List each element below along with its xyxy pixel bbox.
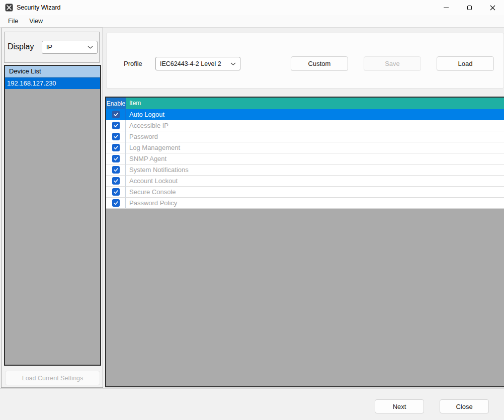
table-row[interactable]: Accessible IP — [106, 120, 504, 131]
checkmark-icon — [113, 156, 119, 161]
chevron-down-icon — [230, 62, 236, 65]
table-header: Enable Item — [106, 98, 504, 109]
enable-checkbox[interactable] — [112, 144, 120, 151]
enable-checkbox[interactable] — [112, 133, 120, 140]
window-controls — [435, 0, 504, 15]
enable-cell — [106, 109, 126, 120]
title-bar: Security Wizard — [0, 0, 504, 15]
checkmark-icon — [113, 145, 119, 150]
checkmark-icon — [113, 112, 119, 117]
app-tools-icon — [5, 4, 13, 12]
save-button[interactable]: Save — [364, 56, 421, 71]
item-label: Secure Console — [126, 187, 504, 197]
profile-panel: Profile IEC62443-4-2 Level 2 Custom Save… — [106, 33, 504, 89]
menu-bar: File View — [0, 15, 504, 28]
enable-checkbox[interactable] — [112, 122, 120, 129]
table-row[interactable]: Log Management — [106, 142, 504, 153]
checkmark-icon — [113, 167, 119, 173]
enable-checkbox[interactable] — [112, 111, 120, 118]
table-row[interactable]: Password — [106, 131, 504, 142]
maximize-icon — [467, 6, 472, 10]
table-row[interactable]: Auto Logout — [106, 109, 504, 120]
display-label: Display — [8, 42, 34, 51]
item-label: Auto Logout — [126, 109, 504, 120]
security-items-table: Enable Item Auto Logout Accessible IP Pa… — [105, 97, 504, 387]
enable-cell — [106, 176, 126, 186]
window-title: Security Wizard — [17, 0, 61, 15]
enable-cell — [106, 142, 126, 153]
display-select-value: IP — [46, 44, 52, 51]
item-label: Account Lockout — [126, 176, 504, 186]
item-label: Password Policy — [126, 198, 504, 208]
item-label: Password — [126, 131, 504, 142]
checkmark-icon — [113, 178, 119, 184]
checkmark-icon — [113, 200, 119, 206]
custom-button[interactable]: Custom — [291, 56, 348, 71]
close-wizard-button[interactable]: Close — [440, 399, 489, 413]
menu-view[interactable]: View — [24, 15, 48, 28]
next-button[interactable]: Next — [375, 399, 424, 413]
enable-cell — [106, 153, 126, 164]
checkmark-icon — [113, 123, 119, 128]
column-header-item: Item — [126, 98, 504, 109]
profile-label: Profile — [124, 60, 142, 67]
enable-cell — [106, 187, 126, 197]
checkmark-icon — [113, 189, 119, 195]
enable-checkbox[interactable] — [112, 166, 120, 174]
minimize-button[interactable] — [435, 0, 458, 15]
column-header-enable: Enable — [106, 98, 126, 109]
profile-select[interactable]: IEC62443-4-2 Level 2 — [155, 57, 240, 70]
device-list-item[interactable]: 192.168.127.230 — [5, 77, 100, 89]
footer-bar: Next Close — [0, 388, 504, 420]
item-label: System Notifications — [126, 164, 504, 175]
table-row[interactable]: Account Lockout — [106, 176, 504, 187]
enable-checkbox[interactable] — [112, 177, 120, 185]
device-list: Device List 192.168.127.230 — [4, 65, 101, 366]
table-row[interactable]: Secure Console — [106, 187, 504, 198]
item-label: SNMP Agent — [126, 153, 504, 164]
enable-cell — [106, 164, 126, 175]
display-group: Display IP — [4, 32, 100, 63]
enable-checkbox[interactable] — [112, 188, 120, 196]
display-select[interactable]: IP — [42, 41, 98, 54]
table-row[interactable]: SNMP Agent — [106, 153, 504, 164]
enable-cell — [106, 120, 126, 131]
maximize-button[interactable] — [458, 0, 481, 15]
enable-checkbox[interactable] — [112, 199, 120, 207]
chevron-down-icon — [88, 46, 93, 49]
enable-cell — [106, 131, 126, 142]
table-empty-area — [106, 209, 504, 386]
load-button[interactable]: Load — [437, 56, 494, 71]
table-row[interactable]: Password Policy — [106, 198, 504, 209]
device-list-empty-area — [5, 89, 100, 365]
minimize-icon — [444, 8, 449, 8]
close-button[interactable] — [481, 0, 504, 15]
load-current-settings-button[interactable]: Load Current Settings — [5, 371, 100, 385]
enable-checkbox[interactable] — [112, 155, 120, 162]
device-panel: Display IP Device List 192.168.127.230 L… — [1, 28, 103, 388]
item-label: Log Management — [126, 142, 504, 153]
checkmark-icon — [113, 134, 119, 139]
profile-select-value: IEC62443-4-2 Level 2 — [160, 60, 221, 67]
item-label: Accessible IP — [126, 120, 504, 131]
enable-cell — [106, 198, 126, 208]
table-row[interactable]: System Notifications — [106, 164, 504, 176]
menu-file[interactable]: File — [3, 15, 24, 28]
device-list-header: Device List — [5, 66, 100, 77]
close-icon — [490, 5, 495, 11]
